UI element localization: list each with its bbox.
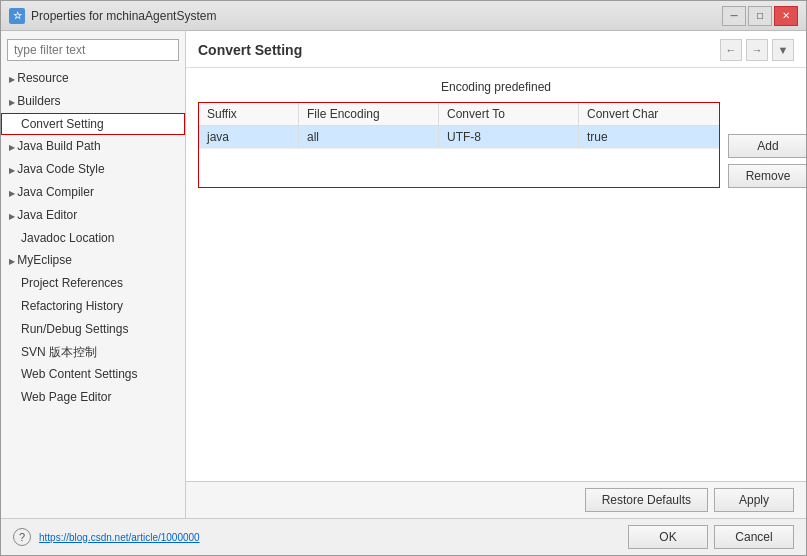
sidebar-item-java-compiler[interactable]: Java Compiler: [1, 181, 185, 204]
encoding-wrapper: Suffix File Encoding Convert To Convert …: [198, 102, 794, 188]
sidebar-item-myeclipse[interactable]: MyEclipse: [1, 249, 185, 272]
sidebar-item-javadoc-location[interactable]: Javadoc Location: [1, 227, 185, 250]
sidebar-item-svn[interactable]: SVN 版本控制: [1, 341, 185, 364]
encoding-title: Encoding predefined: [198, 80, 794, 94]
close-button[interactable]: ✕: [774, 6, 798, 26]
table-area: Suffix File Encoding Convert To Convert …: [198, 102, 720, 188]
sidebar-item-builders[interactable]: Builders: [1, 90, 185, 113]
panel-toolbar: ← → ▼: [720, 39, 794, 61]
cell-file-encoding: all: [299, 126, 439, 148]
footer-left: ?: [13, 528, 31, 546]
bottom-bar: Restore Defaults Apply: [186, 481, 806, 518]
app-icon: ☆: [9, 8, 25, 24]
back-toolbar-button[interactable]: ←: [720, 39, 742, 61]
table-header: Suffix File Encoding Convert To Convert …: [199, 103, 719, 126]
sidebar-item-run-debug-settings[interactable]: Run/Debug Settings: [1, 318, 185, 341]
restore-defaults-button[interactable]: Restore Defaults: [585, 488, 708, 512]
main-window: ☆ Properties for mchinaAgentSystem ─ □ ✕…: [0, 0, 807, 556]
remove-button[interactable]: Remove: [728, 164, 806, 188]
right-panel: Convert Setting ← → ▼ Encoding predefine…: [186, 31, 806, 518]
sidebar-item-java-code-style[interactable]: Java Code Style: [1, 158, 185, 181]
main-content: Resource Builders Convert Setting Java B…: [1, 31, 806, 518]
cancel-button[interactable]: Cancel: [714, 525, 794, 549]
sidebar-item-refactoring-history[interactable]: Refactoring History: [1, 295, 185, 318]
cell-convert-char: true: [579, 126, 719, 148]
encoding-section: Encoding predefined Suffix File Encoding…: [198, 80, 794, 469]
col-header-file-encoding: File Encoding: [299, 103, 439, 125]
dropdown-toolbar-button[interactable]: ▼: [772, 39, 794, 61]
help-icon[interactable]: ?: [13, 528, 31, 546]
col-header-convert-char: Convert Char: [579, 103, 719, 125]
title-bar-left: ☆ Properties for mchinaAgentSystem: [9, 8, 216, 24]
panel-title: Convert Setting: [198, 42, 302, 58]
bottom-bar-left: [198, 488, 579, 512]
sidebar-item-java-build-path[interactable]: Java Build Path: [1, 135, 185, 158]
sidebar: Resource Builders Convert Setting Java B…: [1, 31, 186, 518]
col-header-convert-to: Convert To: [439, 103, 579, 125]
sidebar-item-web-content-settings[interactable]: Web Content Settings: [1, 363, 185, 386]
title-bar-buttons: ─ □ ✕: [722, 6, 798, 26]
ok-button[interactable]: OK: [628, 525, 708, 549]
cell-convert-to: UTF-8: [439, 126, 579, 148]
encoding-table: Suffix File Encoding Convert To Convert …: [198, 102, 720, 188]
title-bar: ☆ Properties for mchinaAgentSystem ─ □ ✕: [1, 1, 806, 31]
apply-button[interactable]: Apply: [714, 488, 794, 512]
status-url: https://blog.csdn.net/article/1000000: [39, 532, 200, 543]
window-title: Properties for mchinaAgentSystem: [31, 9, 216, 23]
col-header-suffix: Suffix: [199, 103, 299, 125]
forward-toolbar-button[interactable]: →: [746, 39, 768, 61]
sidebar-item-convert-setting[interactable]: Convert Setting: [1, 113, 185, 136]
add-button[interactable]: Add: [728, 134, 806, 158]
footer: ? https://blog.csdn.net/article/1000000 …: [1, 518, 806, 555]
filter-input[interactable]: [7, 39, 179, 61]
sidebar-item-java-editor[interactable]: Java Editor: [1, 204, 185, 227]
sidebar-item-resource[interactable]: Resource: [1, 67, 185, 90]
minimize-button[interactable]: ─: [722, 6, 746, 26]
maximize-button[interactable]: □: [748, 6, 772, 26]
panel-body: Encoding predefined Suffix File Encoding…: [186, 68, 806, 481]
sidebar-item-project-references[interactable]: Project References: [1, 272, 185, 295]
table-row[interactable]: java all UTF-8 true: [199, 126, 719, 149]
panel-header: Convert Setting ← → ▼: [186, 31, 806, 68]
table-body: java all UTF-8 true: [199, 126, 719, 187]
sidebar-item-web-page-editor[interactable]: Web Page Editor: [1, 386, 185, 409]
side-buttons: Add Remove: [720, 102, 806, 188]
footer-right: OK Cancel: [628, 525, 794, 549]
cell-suffix: java: [199, 126, 299, 148]
